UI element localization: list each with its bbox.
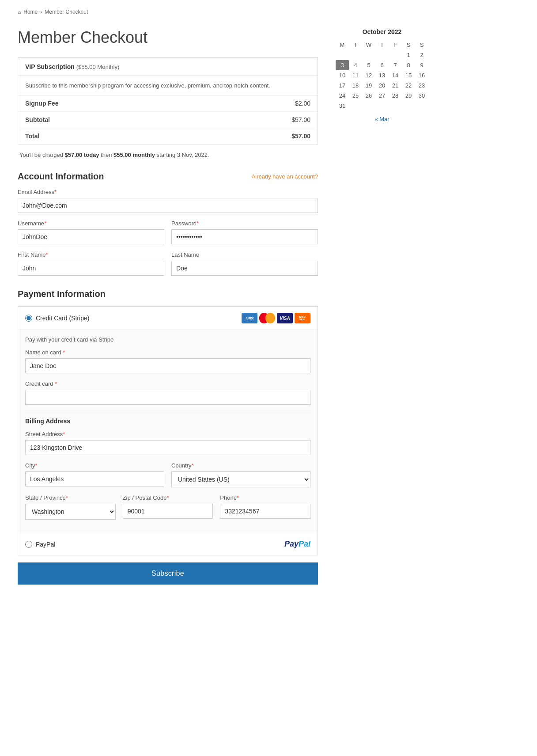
calendar-day[interactable]: 14 [389, 70, 402, 80]
country-select[interactable]: United States (US) [171, 471, 310, 487]
product-price: ($55.00 Monthly) [76, 64, 120, 70]
credit-card-input[interactable] [25, 390, 310, 405]
mastercard-icon [259, 313, 275, 323]
name-on-card-input[interactable] [25, 358, 310, 373]
subtotal-value: $57.00 [291, 116, 310, 123]
calendar-day[interactable]: 19 [362, 80, 375, 91]
calendar-day[interactable]: 26 [362, 91, 375, 101]
calendar-day[interactable]: 30 [415, 91, 428, 101]
credit-card-radio[interactable] [25, 315, 32, 322]
name-row: First Name* Last Name [18, 251, 318, 276]
username-input[interactable] [18, 229, 164, 244]
password-input[interactable] [171, 229, 318, 244]
calendar-day [336, 50, 349, 60]
state-label: State / Province* [25, 494, 116, 501]
password-group: Password* [171, 220, 318, 244]
calendar-day[interactable]: 1 [402, 50, 415, 60]
calendar-day[interactable]: 9 [415, 60, 428, 70]
calendar-day[interactable]: 27 [375, 91, 389, 101]
signup-fee-label: Signup Fee [25, 100, 58, 107]
paypal-label-group: PayPal [25, 541, 55, 548]
account-section-header: Account Information Already have an acco… [18, 171, 318, 182]
city-country-row: City* Country* United States (US) [25, 462, 310, 487]
total-value: $57.00 [291, 133, 310, 140]
sidebar: October 2022 M T W T F S S [336, 28, 428, 122]
calendar-day[interactable]: 11 [349, 70, 362, 80]
street-label: Street Address* [25, 431, 310, 437]
paypal-logo: PayPal [284, 539, 310, 549]
order-header: VIP Subscription ($55.00 Monthly) [18, 58, 318, 76]
calendar-day[interactable]: 6 [375, 60, 389, 70]
calendar: October 2022 M T W T F S S [336, 28, 428, 122]
calendar-nav: « Mar [336, 115, 428, 122]
calendar-prev-link[interactable]: « Mar [374, 116, 389, 122]
name-on-card-group: Name on card * [25, 349, 310, 373]
credit-card-option: Credit Card (Stripe) AMEX VISA [18, 306, 318, 533]
order-signup-fee-row: Signup Fee $2.00 [18, 95, 318, 112]
zip-label: Zip / Postal Code* [123, 494, 213, 501]
phone-input[interactable] [220, 504, 310, 519]
billing-divider [25, 412, 310, 412]
calendar-day [375, 50, 389, 60]
calendar-day [402, 101, 415, 111]
paypal-header: PayPal PayPal [18, 533, 318, 555]
order-description: Subscribe to this membership program for… [18, 76, 318, 95]
cal-header-s1: S [402, 40, 415, 50]
calendar-day[interactable]: 25 [349, 91, 362, 101]
state-select[interactable]: Washington [25, 504, 116, 520]
subtotal-label: Subtotal [25, 116, 50, 123]
calendar-day[interactable]: 23 [415, 80, 428, 91]
calendar-day[interactable]: 17 [336, 80, 349, 91]
subscribe-button[interactable]: Subscribe [18, 562, 318, 585]
calendar-day[interactable]: 10 [336, 70, 349, 80]
calendar-day [349, 50, 362, 60]
calendar-day[interactable]: 4 [349, 60, 362, 70]
calendar-day[interactable]: 13 [375, 70, 389, 80]
breadcrumb-home-link[interactable]: Home [23, 9, 38, 15]
lastname-label: Last Name [171, 251, 318, 258]
firstname-input[interactable] [18, 261, 164, 276]
calendar-day [375, 101, 389, 111]
signup-fee-value: $2.00 [295, 100, 310, 107]
calendar-day[interactable]: 5 [362, 60, 375, 70]
street-input[interactable] [25, 440, 310, 455]
cal-header-m: M [336, 40, 349, 50]
visa-icon: VISA [277, 313, 293, 323]
calendar-day[interactable]: 15 [402, 70, 415, 80]
calendar-day[interactable]: 2 [415, 50, 428, 60]
username-group: Username* [18, 220, 164, 244]
calendar-day[interactable]: 18 [349, 80, 362, 91]
calendar-day[interactable]: 21 [389, 80, 402, 91]
order-total-row: Total $57.00 [18, 128, 318, 144]
calendar-day[interactable]: 12 [362, 70, 375, 80]
lastname-group: Last Name [171, 251, 318, 276]
calendar-day[interactable]: 7 [389, 60, 402, 70]
cal-header-f: F [389, 40, 402, 50]
city-group: City* [25, 462, 164, 487]
account-section: Account Information Already have an acco… [18, 171, 318, 276]
username-label: Username* [18, 220, 164, 227]
calendar-day[interactable]: 24 [336, 91, 349, 101]
account-section-title: Account Information [18, 171, 104, 182]
calendar-day[interactable]: 16 [415, 70, 428, 80]
calendar-day[interactable]: 31 [336, 101, 349, 111]
calendar-table: M T W T F S S 12345678910111213141516171… [336, 40, 428, 111]
calendar-day [349, 101, 362, 111]
calendar-day[interactable]: 3 [336, 60, 349, 70]
paypal-logo-pal: Pal [299, 539, 310, 549]
calendar-day[interactable]: 20 [375, 80, 389, 91]
city-input[interactable] [25, 471, 164, 486]
credit-card-header: Credit Card (Stripe) AMEX VISA [18, 307, 318, 330]
payment-section: Payment Information Credit Card (Stripe)… [18, 289, 318, 585]
calendar-day[interactable]: 22 [402, 80, 415, 91]
calendar-day [415, 101, 428, 111]
calendar-day[interactable]: 28 [389, 91, 402, 101]
existing-account-link[interactable]: Already have an account? [252, 173, 318, 180]
zip-input[interactable] [123, 504, 213, 519]
payment-section-title: Payment Information [18, 289, 318, 299]
calendar-day[interactable]: 29 [402, 91, 415, 101]
lastname-input[interactable] [171, 261, 318, 276]
paypal-radio[interactable] [25, 541, 32, 548]
email-input[interactable] [18, 198, 318, 213]
calendar-day[interactable]: 8 [402, 60, 415, 70]
